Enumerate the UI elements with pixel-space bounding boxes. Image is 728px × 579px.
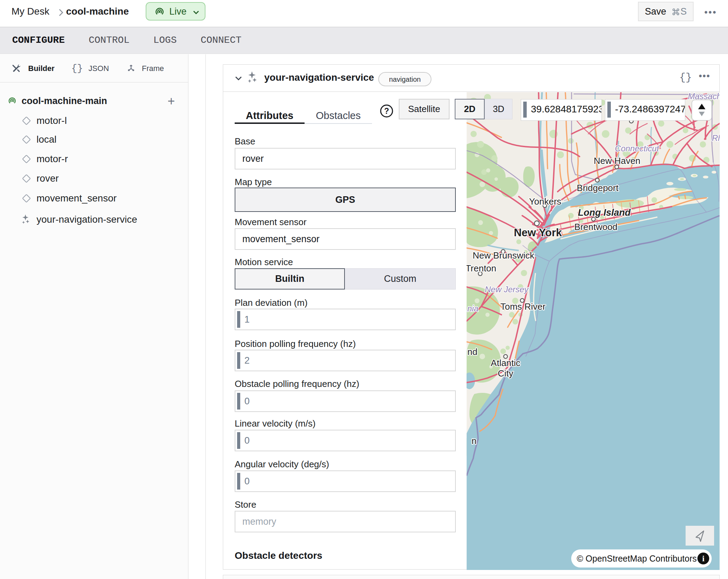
svg-text:Long Island: Long Island (578, 207, 631, 218)
svg-text:nia: nia (467, 304, 478, 313)
svg-text:Yonkers: Yonkers (529, 196, 561, 207)
svg-text:Bridgeport: Bridgeport (577, 183, 619, 193)
svg-text:?: ? (384, 106, 389, 116)
svg-text:Toms River: Toms River (500, 301, 545, 312)
svg-text:n: n (471, 436, 476, 446)
svg-text:Atlantic: Atlantic (491, 358, 520, 368)
svg-text:Brentwood: Brentwood (574, 222, 617, 232)
svg-text:Connecticut: Connecticut (615, 144, 660, 153)
svg-text:City: City (498, 368, 513, 379)
svg-text:Rhode: Rhode (712, 133, 720, 143)
svg-text:New Jersey: New Jersey (485, 285, 529, 294)
svg-text:New Brunswick: New Brunswick (472, 250, 535, 261)
svg-text:New York: New York (514, 227, 562, 239)
svg-text:nd: nd (467, 347, 477, 357)
svg-text:New Haven: New Haven (594, 156, 640, 166)
svg-text:Trenton: Trenton (467, 263, 496, 273)
